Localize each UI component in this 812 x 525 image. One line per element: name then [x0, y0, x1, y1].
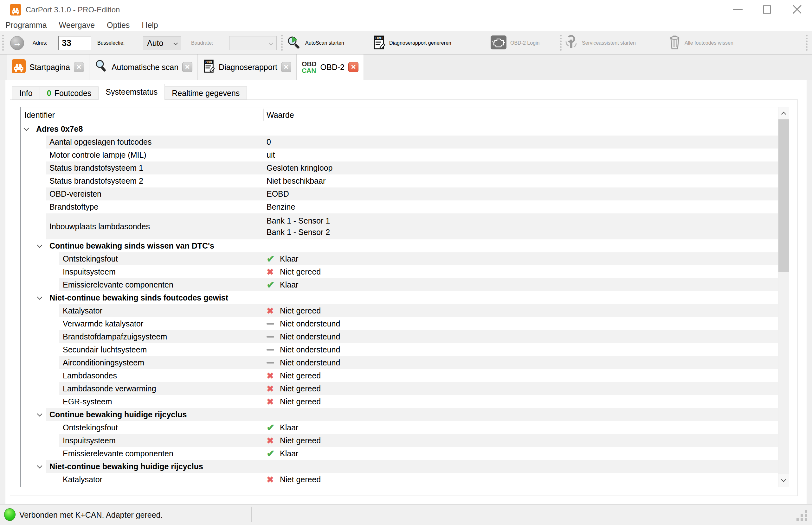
row-stripe [59, 356, 778, 369]
resize-grip[interactable] [796, 518, 799, 521]
tree-item-row[interactable]: BrandstofdampafzuigsysteemNiet ondersteu… [20, 330, 778, 343]
row-value: Niet ondersteund [266, 343, 340, 356]
connection-status-text: Verbonden met K+CAN. Adapter gereed. [19, 505, 163, 525]
tree-item-row[interactable]: BrandstoftypeBenzine [20, 200, 778, 213]
clear-faultcodes-button[interactable]: Alle foutcodes wissen [669, 32, 734, 54]
close-tab-icon[interactable]: × [281, 62, 291, 72]
tree-item-row[interactable]: Ontstekingsfout✔Klaar [20, 252, 778, 265]
service-assistant-label: Serviceassistent starten [582, 40, 636, 46]
column-header-identifier[interactable]: Identifier [25, 107, 55, 122]
resize-grip[interactable] [805, 514, 807, 517]
obd2-login-button[interactable]: OBD-2 Login [491, 32, 540, 54]
row-label: Niet-continue bewaking sinds foutcodes g… [49, 291, 228, 304]
close-button[interactable] [786, 0, 808, 19]
tree-group-row[interactable]: Continue bewaking huidige rijcyclus [20, 408, 778, 421]
autoscan-button[interactable]: AutoScan starten [287, 32, 344, 54]
tree-item-row[interactable]: Katalysator✖Niet gereed [20, 304, 778, 317]
toolbar-gripper[interactable] [806, 35, 808, 51]
tree-item-row[interactable]: Status brandstofsysteem 1Gesloten kringl… [20, 162, 778, 175]
menu-weergave[interactable]: Weergave [59, 20, 95, 30]
tree-item-row[interactable]: Inbouwplaats lambdasondesBank 1 - Sensor… [20, 213, 778, 239]
tree-item-row[interactable]: OBD-vereistenEOBD [20, 188, 778, 200]
vertical-scrollbar[interactable] [778, 107, 789, 487]
row-stripe [59, 434, 778, 447]
dash-icon [266, 336, 280, 338]
tree-item-row[interactable]: Lambdasonde verwarming✖Niet gereed [20, 382, 778, 395]
title-bar[interactable]: CarPort 3.1.0 - PRO-Edition [0, 0, 812, 19]
tree-item-row[interactable]: Status brandstofsysteem 2Niet beschikbaa… [20, 175, 778, 188]
close-tab-icon[interactable]: × [182, 62, 192, 72]
busselectie-value: Auto [147, 39, 163, 48]
row-stripe [59, 382, 778, 395]
column-divider[interactable] [263, 109, 264, 121]
tree-item-row[interactable]: Lambdasondes✖Niet gereed [20, 369, 778, 382]
tree-item-row[interactable]: Secundair luchtsysteemNiet ondersteund [20, 343, 778, 356]
tree-item-row[interactable]: Inspuitsysteem✖Niet gereed [20, 265, 778, 278]
row-value: ✖Niet gereed [266, 434, 321, 447]
scrollbar-thumb[interactable] [779, 119, 789, 272]
row-value: uit [266, 149, 275, 162]
tree-item-row[interactable]: Emissierelevante componenten✔Klaar [20, 278, 778, 291]
tab-diagnoserapport[interactable]: OBDDiagnoserapport× [198, 55, 297, 80]
scroll-up-button[interactable] [779, 107, 789, 120]
tree-item-row[interactable]: AirconditioningsysteemNiet ondersteund [20, 356, 778, 369]
svg-text:OBD: OBD [205, 60, 212, 64]
row-label: Continue bewaking huidige rijcyclus [49, 408, 187, 421]
toolbar-gripper[interactable] [560, 35, 562, 51]
collapse-chevron-icon[interactable] [37, 294, 42, 300]
carport-window: CarPort 3.1.0 - PRO-Edition ProgrammaWee… [0, 0, 812, 525]
statusbar-divider [800, 507, 800, 522]
resize-grip[interactable] [805, 510, 807, 513]
toolbar-gripper[interactable] [281, 35, 283, 51]
subtab-info[interactable]: Info [12, 87, 40, 100]
tree-item-row[interactable]: EGR-systeem✖Niet gereed [20, 395, 778, 408]
subtab-foutcodes[interactable]: 0Foutcodes [40, 87, 99, 100]
minimize-button[interactable] [727, 0, 749, 19]
tree-item-row[interactable]: Aantal opgeslagen foutcodes0 [20, 136, 778, 149]
diagnose-report-button[interactable]: OBD Diagnoserapport genereren [373, 32, 451, 54]
menu-programma[interactable]: Programma [5, 20, 47, 30]
tree-item-row[interactable]: Katalysator✖Niet gereed [20, 473, 778, 486]
obd-document-icon: OBD [203, 59, 215, 75]
subtab-label: Info [19, 89, 33, 98]
collapse-chevron-icon[interactable] [37, 463, 42, 468]
service-assistant-button[interactable]: Serviceassistent starten [564, 32, 636, 54]
tree-group-row[interactable]: Niet-continue bewaking sinds foutcodes g… [20, 291, 778, 304]
tab-obd-2[interactable]: OBDCANOBD-2× [297, 55, 364, 80]
maximize-button[interactable] [756, 0, 778, 19]
connect-arrow-button[interactable]: → [10, 36, 24, 50]
busselectie-select[interactable]: Auto [143, 36, 181, 50]
resize-grip[interactable] [801, 518, 803, 521]
tree-group-row[interactable]: Niet-continue bewaking huidige rijcyclus [20, 460, 778, 473]
menu-opties[interactable]: Opties [107, 20, 130, 30]
close-tab-icon[interactable]: × [348, 62, 359, 72]
tree-group-row[interactable]: Adres 0x7e8 [20, 122, 778, 136]
row-value: EOBD [266, 188, 289, 200]
row-label: Lambdasonde verwarming [63, 382, 156, 395]
subtab-label: Systeemstatus [105, 87, 158, 96]
check-icon: ✔ [266, 253, 280, 265]
tree-item-row[interactable]: Ontstekingsfout✔Klaar [20, 421, 778, 434]
tab-startpagina[interactable]: Startpagina× [7, 55, 89, 80]
tree-item-row[interactable]: Verwarmde katalysatorNiet ondersteund [20, 317, 778, 330]
toolbar-gripper[interactable] [2, 35, 4, 51]
collapse-chevron-icon[interactable] [37, 411, 42, 416]
scroll-down-button[interactable] [779, 474, 789, 487]
tree-item-row[interactable]: Inspuitsysteem✖Niet gereed [20, 434, 778, 447]
tree-group-row[interactable]: Continue bewaking sinds wissen van DTC's [20, 239, 778, 252]
resize-grip[interactable] [801, 514, 803, 517]
tree-item-row[interactable]: Motor controle lampje (MIL)uit [20, 149, 778, 162]
adres-input[interactable] [58, 36, 91, 50]
subtab-realtime-gegevens[interactable]: Realtime gegevens [165, 87, 247, 100]
tab-automatische-scan[interactable]: Automatische scan× [89, 55, 198, 80]
check-icon: ✔ [266, 279, 280, 291]
close-tab-icon[interactable]: × [74, 62, 84, 72]
column-header-waarde[interactable]: Waarde [266, 107, 294, 122]
cross-icon: ✖ [266, 267, 280, 277]
tree-item-row[interactable]: Emissierelevante componenten✔Klaar [20, 447, 778, 460]
collapse-chevron-icon[interactable] [24, 125, 29, 131]
subtab-systeemstatus[interactable]: Systeemstatus [99, 84, 165, 100]
resize-grip[interactable] [805, 518, 807, 521]
collapse-chevron-icon[interactable] [37, 242, 42, 247]
menu-help[interactable]: Help [142, 20, 158, 30]
